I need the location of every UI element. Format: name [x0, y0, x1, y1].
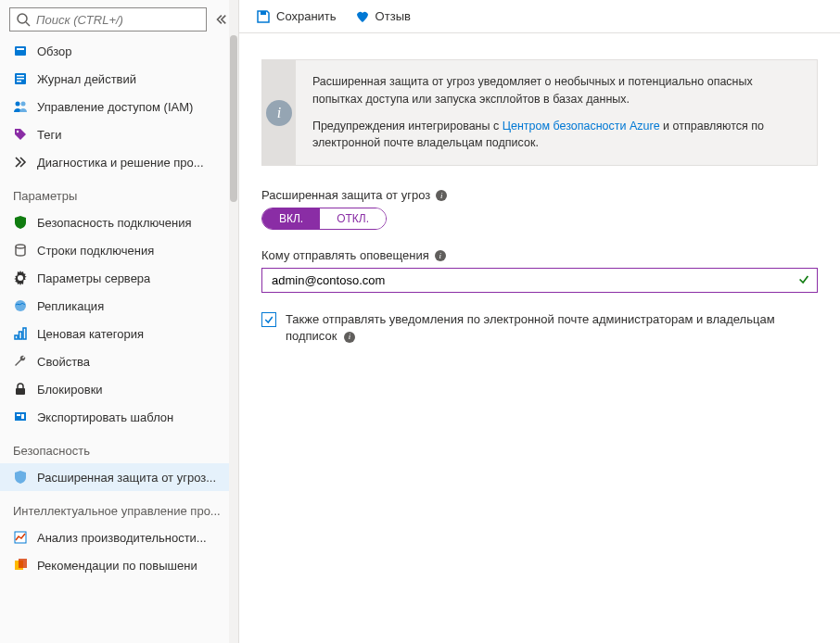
save-button[interactable]: Сохранить — [256, 9, 337, 24]
svg-rect-17 — [15, 412, 26, 421]
globe-icon — [13, 298, 28, 313]
export-template-icon — [13, 410, 28, 424]
sidebar-item-atp[interactable]: Расширенная защита от угроз... — [0, 463, 238, 491]
sidebar-item-label: Анализ производительности... — [37, 531, 207, 545]
iam-icon — [13, 99, 28, 114]
sidebar-item-iam[interactable]: Управление доступом (IAM) — [0, 93, 238, 120]
atp-toggle[interactable]: ВКЛ. ОТКЛ. — [261, 208, 387, 230]
sidebar-item-label: Рекомендации по повышени — [37, 559, 197, 573]
feedback-label: Отзыв — [375, 9, 411, 23]
toggle-off[interactable]: ОТКЛ. — [320, 208, 386, 229]
lock-icon — [13, 382, 28, 397]
notify-admins-checkbox[interactable] — [261, 312, 276, 327]
sidebar-scrollbar[interactable] — [229, 0, 238, 643]
alerts-to-label: Кому отправлять оповещения i — [261, 248, 818, 262]
svg-point-8 — [16, 102, 20, 107]
svg-rect-16 — [16, 388, 25, 395]
sidebar-nav: Обзор Журнал действий Управление доступо… — [0, 37, 238, 643]
gear-icon — [13, 271, 28, 285]
sidebar-item-activity-log[interactable]: Журнал действий — [0, 65, 238, 93]
help-icon[interactable]: i — [436, 190, 447, 201]
sidebar-item-conn-strings[interactable]: Строки подключения — [0, 236, 238, 264]
sidebar-item-label: Репликация — [37, 299, 104, 313]
help-icon[interactable]: i — [344, 332, 355, 343]
content: i Расширенная защита от угроз уведомляет… — [239, 33, 840, 363]
connection-strings-icon — [13, 243, 28, 258]
search-input[interactable] — [36, 13, 200, 27]
svg-rect-23 — [261, 11, 266, 15]
svg-rect-19 — [21, 414, 24, 419]
help-icon[interactable]: i — [435, 250, 446, 261]
info-box: i Расширенная защита от угроз уведомляет… — [261, 59, 818, 166]
svg-rect-2 — [15, 46, 26, 56]
toggle-on[interactable]: ВКЛ. — [262, 208, 320, 229]
activity-log-icon — [13, 71, 28, 86]
info-icon: i — [266, 100, 292, 126]
search-box[interactable] — [9, 7, 207, 32]
security-center-link[interactable]: Центром безопасности Azure — [503, 120, 660, 132]
sidebar-item-conn-security[interactable]: Безопасность подключения — [0, 208, 238, 236]
sidebar-item-recommendations[interactable]: Рекомендации по повышени — [0, 551, 238, 579]
info-paragraph-2: Предупреждения интегрированы с Центром б… — [312, 118, 800, 153]
sidebar-item-label: Безопасность подключения — [37, 216, 191, 230]
sidebar-item-replication[interactable]: Репликация — [0, 292, 238, 320]
svg-point-11 — [16, 245, 25, 248]
sidebar-item-overview[interactable]: Обзор — [0, 37, 238, 65]
shield-icon — [13, 215, 28, 230]
sidebar-item-label: Параметры сервера — [37, 271, 150, 285]
section-title-security: Безопасность — [0, 431, 238, 463]
sidebar-item-server-params[interactable]: Параметры сервера — [0, 264, 238, 292]
notify-admins-label: Также отправлять уведомления по электрон… — [286, 311, 818, 345]
tags-icon — [13, 127, 28, 142]
sidebar-item-perf-insight[interactable]: Анализ производительности... — [0, 523, 238, 551]
sidebar-item-label: Свойства — [37, 355, 90, 369]
search-row — [0, 0, 238, 37]
checkmark-icon — [263, 314, 274, 325]
save-label: Сохранить — [276, 9, 337, 23]
info-paragraph-1: Расширенная защита от угроз уведомляет о… — [312, 73, 800, 108]
sidebar-item-pricing[interactable]: Ценовая категория — [0, 320, 238, 347]
alerts-to-input-wrap — [261, 268, 818, 293]
info-icon-column: i — [262, 60, 296, 165]
sidebar-item-label: Строки подключения — [37, 244, 154, 258]
sidebar-item-label: Теги — [37, 128, 61, 142]
sidebar-item-label: Журнал действий — [37, 72, 136, 86]
sidebar-item-label: Обзор — [37, 44, 72, 58]
svg-rect-5 — [17, 75, 24, 77]
sidebar-item-label: Диагностика и решение про... — [37, 156, 204, 170]
svg-point-12 — [15, 300, 26, 311]
wrench-icon — [13, 354, 28, 369]
sidebar-item-properties[interactable]: Свойства — [0, 347, 238, 375]
feedback-button[interactable]: Отзыв — [355, 9, 411, 24]
svg-rect-3 — [17, 48, 24, 50]
toolbar: Сохранить Отзыв — [239, 0, 840, 33]
svg-point-9 — [21, 102, 26, 107]
sidebar-item-label: Блокировки — [37, 383, 103, 397]
sidebar-item-locks[interactable]: Блокировки — [0, 375, 238, 403]
collapse-sidebar-button[interactable] — [212, 11, 229, 28]
sidebar-item-tags[interactable]: Теги — [0, 120, 238, 148]
sidebar-item-export-template[interactable]: Экспортировать шаблон — [0, 403, 238, 431]
pricing-icon — [13, 326, 28, 341]
svg-rect-22 — [19, 559, 27, 568]
info-text: Расширенная защита от угроз уведомляет о… — [296, 60, 817, 165]
scrollbar-thumb[interactable] — [230, 35, 237, 202]
svg-line-1 — [26, 22, 30, 26]
svg-point-0 — [18, 14, 27, 23]
sidebar-item-label: Расширенная защита от угроз... — [37, 471, 216, 485]
heart-icon — [355, 9, 370, 24]
section-title-params: Параметры — [0, 176, 238, 208]
alerts-to-block: Кому отправлять оповещения i — [261, 248, 818, 293]
section-title-ai: Интеллектуальное управление про... — [0, 491, 238, 523]
sidebar-item-diagnose[interactable]: Диагностика и решение про... — [0, 148, 238, 176]
sidebar-item-label: Ценовая категория — [37, 327, 144, 341]
svg-rect-15 — [23, 328, 26, 339]
save-icon — [256, 9, 271, 24]
overview-icon — [13, 44, 28, 58]
chart-icon — [13, 530, 28, 545]
alerts-to-input[interactable] — [261, 268, 818, 293]
svg-rect-7 — [17, 81, 21, 82]
main: Сохранить Отзыв i Расширенная защита от … — [239, 0, 840, 643]
check-icon — [797, 272, 810, 288]
svg-point-10 — [17, 131, 19, 132]
